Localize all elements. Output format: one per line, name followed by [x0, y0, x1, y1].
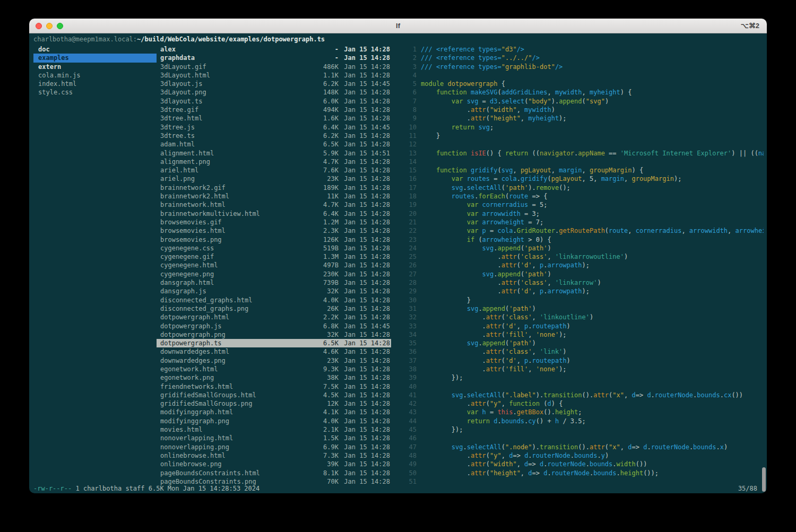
file-row-brainnetwork2.html[interactable]: brainnetwork2.html11KJan 15 14:28 [157, 192, 391, 200]
terminal-window: lf ⌥⌘2 charlbotha@meepm1max.local:~/buil… [29, 19, 767, 493]
file-row-3dtree.html[interactable]: 3dtree.html1.6KJan 15 14:28 [157, 114, 391, 123]
file-row-movies.html[interactable]: movies.html2.1KJan 15 14:28 [157, 425, 391, 434]
file-row-gridifiedSmallGroups.html[interactable]: gridifiedSmallGroups.html4.5KJan 15 14:2… [157, 391, 391, 399]
line-number: 41 [395, 391, 417, 399]
file-date: Jan 15 14:28 [342, 261, 390, 269]
file-date: Jan 15 14:28 [342, 244, 390, 252]
file-row-egonetwork.html[interactable]: egonetwork.html9.3KJan 15 14:28 [157, 365, 391, 373]
file-row-dansgraph.js[interactable]: dansgraph.js32KJan 15 14:28 [157, 287, 391, 295]
file-row-nonoverlapping.png[interactable]: nonoverlapping.png6.9KJan 15 14:28 [157, 443, 391, 451]
file-row-dotpowergraph.js[interactable]: dotpowergraph.js6.8KJan 15 14:45 [157, 322, 391, 330]
file-permissions: -rw-r--r-- [33, 485, 72, 492]
file-name: dotpowergraph.js [160, 322, 319, 330]
line-number: 27 [395, 270, 417, 278]
code-text: var p = cola.GridRouter.getRoutePath(rou… [421, 226, 764, 235]
file-row-cygenegene.css[interactable]: cygenegene.css519BJan 15 14:28 [157, 244, 391, 252]
file-row-nonoverlapping.html[interactable]: nonoverlapping.html1.5KJan 15 14:28 [157, 434, 391, 442]
file-row-cygenegene.html[interactable]: cygenegene.html497BJan 15 14:28 [157, 261, 391, 269]
file-row-3dLayout.png[interactable]: 3dLayout.png148KJan 15 14:28 [157, 88, 391, 97]
file-row-modifyinggraph.html[interactable]: modifyinggraph.html4.1KJan 15 14:28 [157, 408, 391, 416]
line-number: 42 [395, 399, 417, 408]
file-name: brainnetwork2.html [160, 192, 319, 200]
line-number: 34 [395, 330, 417, 339]
file-row-pageBoundsConstraints.html[interactable]: pageBoundsConstraints.html8.1KJan 15 14:… [157, 469, 391, 477]
file-row-3dtree.js[interactable]: 3dtree.js6.4KJan 15 14:45 [157, 123, 391, 132]
file-row-dansgraph.html[interactable]: dansgraph.html739BJan 15 14:28 [157, 278, 391, 287]
file-row-browsemovies.html[interactable]: browsemovies.html2.3KJan 15 14:28 [157, 226, 391, 235]
file-date: Jan 15 14:28 [342, 469, 390, 477]
line-number: 10 [395, 123, 417, 132]
file-row-3dtree.gif[interactable]: 3dtree.gif494KJan 15 14:28 [157, 106, 391, 114]
code-line: 1/// <reference types="d3"/> [395, 45, 764, 54]
file-name: browsemovies.gif [160, 218, 319, 226]
sidebar-item-style.css[interactable]: style.css [33, 88, 157, 97]
file-row-modifyinggraph.png[interactable]: modifyinggraph.png4.0KJan 15 14:28 [157, 417, 391, 425]
sidebar-item-extern[interactable]: extern [33, 63, 157, 71]
sidebar-item-examples[interactable]: examples [33, 54, 157, 62]
file-row-graphdata[interactable]: graphdata-Jan 15 14:28 [157, 54, 391, 62]
sidebar-item-doc[interactable]: doc [33, 45, 157, 54]
file-row-alignment.html[interactable]: alignment.html5.9KJan 15 14:51 [157, 149, 391, 158]
file-row-ariel.html[interactable]: ariel.html7.6KJan 15 14:28 [157, 166, 391, 175]
current-path: charlbotha@meepm1max.local:~/build/WebCo… [33, 36, 325, 43]
file-row-brainnetwork2.gif[interactable]: brainnetwork2.gif189KJan 15 14:28 [157, 184, 391, 192]
file-name: 3dLayout.gif [160, 63, 319, 71]
file-size: 23K [319, 175, 339, 183]
file-size: 494K [319, 106, 339, 114]
file-date: Jan 15 14:45 [342, 123, 390, 132]
code-line: 11 } [395, 132, 764, 140]
file-row-3dlayout.ts[interactable]: 3dlayout.ts6.0KJan 15 14:28 [157, 97, 391, 106]
file-name: movies.html [160, 425, 319, 434]
line-number: 9 [395, 114, 417, 123]
file-row-3dlayout.js[interactable]: 3dlayout.js6.2KJan 15 14:45 [157, 80, 391, 88]
file-row-onlinebrowse.png[interactable]: onlinebrowse.png39KJan 15 14:28 [157, 460, 391, 468]
file-row-brainnetwork.html[interactable]: brainnetwork.html4.7KJan 15 14:28 [157, 200, 391, 209]
file-row-browsemovies.png[interactable]: browsemovies.png126KJan 15 14:28 [157, 236, 391, 244]
code-text: .attr("y", function (d) { [421, 399, 764, 408]
file-size: 9.3K [319, 365, 339, 373]
code-text: .attr('d', p.arrowpath); [421, 261, 764, 269]
file-row-3dLayout.gif[interactable]: 3dLayout.gif486KJan 15 14:28 [157, 63, 391, 71]
file-name: graphdata [160, 54, 319, 62]
file-row-disconnected_graphs.html[interactable]: disconnected_graphs.html4.0KJan 15 14:28 [157, 296, 391, 304]
code-text: module dotpowergraph { [421, 80, 764, 88]
file-row-dotpowergraph.ts[interactable]: dotpowergraph.ts6.5KJan 15 14:28 [157, 339, 391, 347]
file-row-cygenegene.png[interactable]: cygenegene.png230KJan 15 14:28 [157, 270, 391, 278]
scrollbar-thumb[interactable] [762, 467, 766, 492]
file-size: 739B [319, 278, 339, 287]
title-bar[interactable]: lf ⌥⌘2 [29, 19, 767, 33]
file-row-3dLayout.html[interactable]: 3dLayout.html1.1KJan 15 14:28 [157, 71, 391, 80]
sidebar-item-cola.min.js[interactable]: cola.min.js [33, 71, 157, 80]
file-row-adam.html[interactable]: adam.html6.5KJan 15 14:28 [157, 140, 391, 149]
file-row-egonetwork.png[interactable]: egonetwork.png38KJan 15 14:28 [157, 373, 391, 382]
line-number: 46 [395, 434, 417, 442]
code-text: svg.append('path') [421, 304, 764, 313]
file-row-alex[interactable]: alex-Jan 15 14:28 [157, 45, 391, 54]
file-name: alignment.png [160, 158, 319, 166]
file-size: 7.6K [319, 166, 339, 175]
file-row-cygenegene.gif[interactable]: cygenegene.gif1.3MJan 15 14:28 [157, 252, 391, 261]
code-line: 15 function gridify(svg, pgLayout, margi… [395, 166, 764, 175]
file-row-friendnetworks.html[interactable]: friendnetworks.html7.5KJan 15 14:28 [157, 382, 391, 391]
sidebar-item-index.html[interactable]: index.html [33, 80, 157, 88]
file-date: Jan 15 14:28 [342, 252, 390, 261]
file-size: 6.4K [319, 123, 339, 132]
file-row-downwardedges.png[interactable]: downwardedges.png23KJan 15 14:28 [157, 356, 391, 365]
file-row-dotpowergraph.png[interactable]: dotpowergraph.png32KJan 15 14:28 [157, 330, 391, 339]
file-row-downwardedges.html[interactable]: downwardedges.html4.6KJan 15 14:28 [157, 347, 391, 356]
file-row-dotpowergraph.html[interactable]: dotpowergraph.html2.2KJan 15 14:28 [157, 313, 391, 321]
file-size: 4.1K [319, 408, 339, 416]
file-row-brainnetworkmultiview.html[interactable]: brainnetworkmultiview.html6.4KJan 15 14:… [157, 210, 391, 218]
file-row-disconnected_graphs.png[interactable]: disconnected_graphs.png26KJan 15 14:28 [157, 304, 391, 313]
code-text: svg.selectAll(".label").transition().att… [421, 391, 764, 399]
file-date: Jan 15 14:28 [342, 236, 390, 244]
file-row-ariel.png[interactable]: ariel.png23KJan 15 14:28 [157, 175, 391, 183]
file-size: 32K [319, 330, 339, 339]
file-row-3dtree.ts[interactable]: 3dtree.ts6.2KJan 15 14:28 [157, 132, 391, 140]
file-date: Jan 15 14:28 [342, 451, 390, 460]
path-text: ~/build/WebCola/website/examples/dotpowe… [137, 36, 325, 43]
file-row-browsemovies.gif[interactable]: browsemovies.gif1.2MJan 15 14:28 [157, 218, 391, 226]
file-row-gridifiedSmallGroups.png[interactable]: gridifiedSmallGroups.png12KJan 15 14:28 [157, 399, 391, 408]
file-row-alignment.png[interactable]: alignment.png4.7KJan 15 14:28 [157, 158, 391, 166]
file-row-onlinebrowse.html[interactable]: onlinebrowse.html7.3KJan 15 14:28 [157, 451, 391, 460]
